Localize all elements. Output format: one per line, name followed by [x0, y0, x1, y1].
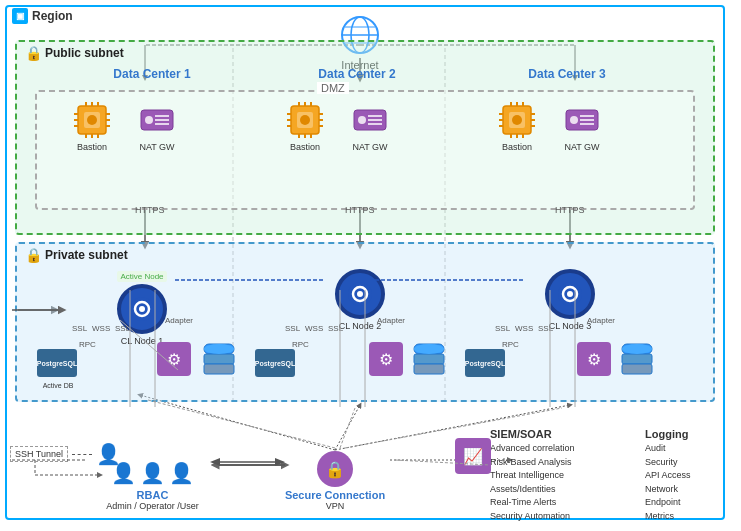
rbac-person1-icon: 👤	[111, 461, 136, 485]
dc1-natgw-icon	[139, 102, 175, 138]
dc2-natgw-icon	[352, 102, 388, 138]
dc2-postgres-group: PostgreSQL	[255, 349, 295, 377]
dc1-gear-group: ⚙	[157, 342, 191, 376]
siem-chart-icon: 📈	[455, 438, 491, 474]
diagram-container: ▣ Region Internet 🔒 Public subnet Data C…	[0, 0, 741, 531]
dc2-wss-label: WSS	[305, 324, 323, 333]
ssh-tunnel-label: SSH Tunnel	[10, 446, 68, 462]
dc1-ssl-label1: SSL	[72, 324, 87, 333]
dc1-cl-node-group: Active Node CL Node 1	[117, 269, 167, 346]
dc1-natgw-label: NAT GW	[132, 142, 182, 153]
dc2-rpc-label: RPC	[292, 340, 309, 349]
dc2-cl-circle	[335, 269, 385, 319]
private-lock-icon: 🔒	[25, 247, 41, 263]
dc1-postgres-group: PostgreSQL	[37, 349, 77, 377]
svg-point-26	[87, 115, 97, 125]
region-label: ▣ Region	[12, 8, 73, 24]
svg-point-89	[357, 291, 363, 297]
dc3-cl-circle	[545, 269, 595, 319]
dc3-ssl-label2: SSL	[538, 324, 553, 333]
vpn-lock-icon: 🔒	[317, 451, 353, 487]
public-subnet-box: 🔒 Public subnet Data Center 1 Data Cente…	[15, 40, 715, 235]
secure-conn-label: Secure Connection	[280, 489, 390, 501]
private-subnet-box: 🔒 Private subnet Active Node CL Node 1	[15, 242, 715, 402]
dc1-db-group	[202, 342, 236, 380]
rbac-sublabel: Admin / Operator /User	[90, 501, 215, 511]
siem-section: SIEM/SOAR Advanced correlation Risk-Base…	[490, 428, 635, 523]
dmz-box: DMZ	[35, 90, 695, 210]
dc3-rpc-label: RPC	[502, 340, 519, 349]
dc2-bastion-group: Bastion	[280, 102, 330, 153]
svg-rect-95	[204, 364, 234, 374]
dc3-bastion-icon	[499, 102, 535, 138]
dc2-gear-group: ⚙	[369, 342, 403, 376]
dc3-natgw-group: NAT GW	[557, 102, 607, 153]
rbac-label: RBAC	[90, 489, 215, 501]
dc2-natgw-label: NAT GW	[345, 142, 395, 153]
svg-rect-94	[204, 354, 234, 364]
dc1-label: Data Center 1	[82, 67, 222, 81]
dc1-bastion-icon	[74, 102, 110, 138]
dc3-bastion-group: Bastion	[492, 102, 542, 153]
dc3-natgw-icon	[564, 102, 600, 138]
dc2-db-group	[412, 342, 446, 380]
svg-point-40	[145, 116, 153, 124]
svg-point-100	[414, 344, 444, 354]
svg-point-92	[567, 291, 573, 297]
public-subnet-label: 🔒 Public subnet	[25, 45, 124, 61]
dc2-https-label: HTTPS	[345, 205, 375, 215]
dc3-adapter-label: Adapter	[587, 316, 615, 325]
region-icon: ▣	[12, 8, 28, 24]
dc1-activedb-label: Active DB	[33, 382, 83, 389]
rbac-icons: 👤 👤 👤	[90, 461, 215, 485]
svg-point-46	[300, 115, 310, 125]
secure-conn-section: 🔒 Secure Connection VPN	[280, 451, 390, 511]
dc1-ssl-label2: SSL	[115, 324, 130, 333]
dc3-label: Data Center 3	[497, 67, 637, 81]
dc1-db-icon	[202, 342, 236, 378]
dc3-postgres-group: PostgreSQL	[465, 349, 505, 377]
svg-rect-103	[622, 364, 652, 374]
logging-items: Audit Security API Access Network Endpoi…	[645, 442, 730, 523]
dc3-natgw-label: NAT GW	[557, 142, 607, 153]
private-subnet-label: 🔒 Private subnet	[25, 247, 128, 263]
dc3-ssl-label1: SSL	[495, 324, 510, 333]
dc2-bastion-icon	[287, 102, 323, 138]
public-lock-icon: 🔒	[25, 45, 41, 61]
svg-point-104	[622, 344, 652, 354]
siem-chart-group: 📈	[455, 438, 491, 476]
dc2-ssl-label1: SSL	[285, 324, 300, 333]
svg-point-86	[139, 306, 145, 312]
logging-section: Logging Audit Security API Access Networ…	[645, 428, 730, 523]
dc3-https-label: HTTPS	[555, 205, 585, 215]
dc3-gear-icon: ⚙	[577, 342, 611, 376]
ssh-arrow	[72, 454, 92, 455]
dmz-label: DMZ	[317, 82, 349, 94]
svg-point-60	[358, 116, 366, 124]
svg-point-66	[512, 115, 522, 125]
dc1-rpc-label: RPC	[79, 340, 96, 349]
dc1-wss-label: WSS	[92, 324, 110, 333]
dc1-postgres-icon: PostgreSQL	[37, 349, 77, 377]
dc2-cl-icon	[346, 280, 374, 308]
svg-point-96	[204, 344, 234, 354]
dc2-gear-icon: ⚙	[369, 342, 403, 376]
dc3-db-group	[620, 342, 654, 380]
rbac-section: 👤 👤 👤 RBAC Admin / Operator /User	[90, 461, 215, 511]
dc2-adapter-label: Adapter	[377, 316, 405, 325]
dc1-gear-icon: ⚙	[157, 342, 191, 376]
svg-point-80	[570, 116, 578, 124]
rbac-person3-icon: 👤	[169, 461, 194, 485]
dc2-label: Data Center 2	[287, 67, 427, 81]
dc2-db-icon	[412, 342, 446, 378]
dc3-wss-label: WSS	[515, 324, 533, 333]
dc3-gear-group: ⚙	[577, 342, 611, 376]
dc3-bastion-label: Bastion	[492, 142, 542, 153]
vpn-sublabel: VPN	[280, 501, 390, 511]
dc2-postgres-icon: PostgreSQL	[255, 349, 295, 377]
dc2-ssl-label2: SSL	[328, 324, 343, 333]
active-node-badge-1: Active Node	[117, 271, 166, 282]
dc3-cl-icon	[556, 280, 584, 308]
dc2-natgw-group: NAT GW	[345, 102, 395, 153]
dc1-cl-icon	[128, 295, 156, 323]
